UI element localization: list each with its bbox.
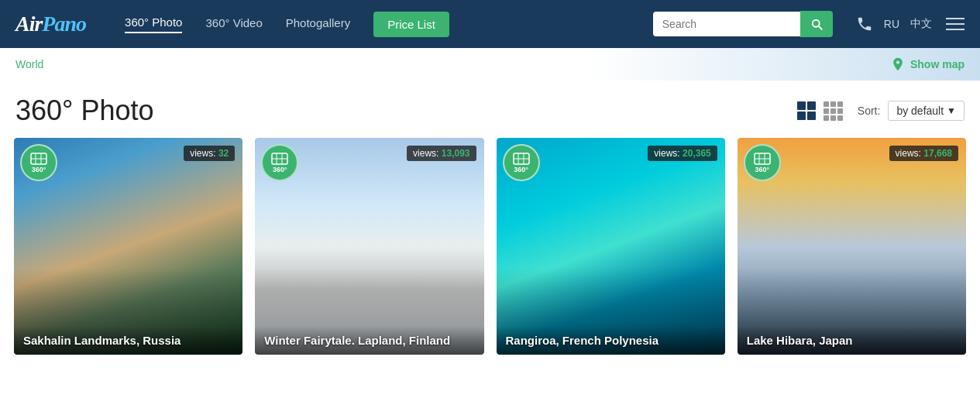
svg-rect-12 <box>837 115 843 121</box>
breadcrumb-world[interactable]: World <box>15 58 43 70</box>
photo-card-rangiroa[interactable]: 360° views: 20,365 Rangiroa, French Poly… <box>497 138 725 355</box>
badge-360-finland: 360° <box>261 144 298 181</box>
views-badge-rangiroa: views: 20,365 <box>648 146 717 161</box>
main-nav: 360° Photo 360° Video Photogallery Price… <box>125 12 622 37</box>
photo-caption-sakhalin: Sakhalin Landmarks, Russia <box>14 326 242 355</box>
title-bar: 360° Photo Sort: by default <box>0 81 980 138</box>
views-number-finland: 13,093 <box>442 148 470 159</box>
lang-zh-button[interactable]: 中文 <box>910 17 932 31</box>
menu-line-1 <box>946 18 965 19</box>
svg-rect-2 <box>797 112 806 120</box>
views-number-rangiroa: 20,365 <box>683 148 711 159</box>
menu-line-3 <box>946 29 965 30</box>
views-badge-finland: views: 13,093 <box>407 146 476 161</box>
nav-360-photo[interactable]: 360° Photo <box>125 15 182 33</box>
photo-caption-finland: Winter Fairytale. Lapland, Finland <box>255 326 483 355</box>
breadcrumb-bar: World Show map <box>0 48 980 81</box>
nav-360-video[interactable]: 360° Video <box>205 16 262 33</box>
photo-grid: 360° views: 32 Sakhalin Landmarks, Russi… <box>0 138 980 370</box>
logo[interactable]: AirPano <box>15 12 86 36</box>
page-title: 360° Photo <box>15 94 154 127</box>
view-sort-controls: Sort: by default ▼ <box>796 100 965 122</box>
svg-rect-6 <box>837 101 843 107</box>
svg-rect-11 <box>830 115 836 121</box>
views-badge-sakhalin: views: 32 <box>184 146 235 161</box>
header: AirPano 360° Photo 360° Video Photogalle… <box>0 0 980 48</box>
sort-dropdown[interactable]: by default ▼ <box>888 101 965 121</box>
views-number-hibara: 17,668 <box>923 148 952 159</box>
search-icon <box>810 17 824 31</box>
photo-caption-rangiroa: Rangiroa, French Polynesia <box>497 326 725 355</box>
svg-rect-8 <box>830 108 836 114</box>
header-actions: RU 中文 <box>856 15 965 33</box>
phone-icon[interactable] <box>856 15 873 33</box>
svg-rect-10 <box>824 115 829 121</box>
chevron-down-icon: ▼ <box>947 105 956 116</box>
hamburger-menu-button[interactable] <box>946 18 965 30</box>
nav-photogallery[interactable]: Photogallery <box>286 16 350 33</box>
photo-card-hibara[interactable]: 360° views: 17,668 Lake Hibara, Japan <box>738 138 966 355</box>
search-button[interactable] <box>800 11 833 37</box>
show-map-label: Show map <box>910 58 965 70</box>
photo-caption-hibara: Lake Hibara, Japan <box>738 326 966 355</box>
show-map-button[interactable]: Show map <box>890 57 965 72</box>
grid-4-icon[interactable] <box>796 100 817 122</box>
search-container <box>653 11 833 37</box>
svg-rect-5 <box>830 101 836 107</box>
badge-360-hibara: 360° <box>744 144 781 181</box>
photo-card-finland[interactable]: 360° views: 13,093 Winter Fairytale. Lap… <box>255 138 483 355</box>
photo-card-sakhalin[interactable]: 360° views: 32 Sakhalin Landmarks, Russi… <box>14 138 242 355</box>
sort-value: by default <box>896 105 944 117</box>
views-number-sakhalin: 32 <box>218 148 229 159</box>
badge-360-rangiroa: 360° <box>503 144 540 181</box>
menu-line-2 <box>946 23 965 25</box>
lang-ru-button[interactable]: RU <box>884 18 899 30</box>
price-list-button[interactable]: Price List <box>373 12 449 37</box>
svg-rect-4 <box>824 101 829 107</box>
map-marker-icon <box>890 57 906 72</box>
svg-rect-0 <box>797 101 806 110</box>
sort-label: Sort: <box>858 105 881 117</box>
svg-rect-3 <box>807 112 816 120</box>
svg-rect-7 <box>824 108 829 114</box>
badge-360-sakhalin: 360° <box>20 144 57 181</box>
grid-list-icon[interactable] <box>822 100 844 122</box>
svg-rect-9 <box>837 108 843 114</box>
search-input[interactable] <box>653 12 800 36</box>
svg-rect-1 <box>807 101 816 110</box>
grid-view-icons <box>796 100 844 122</box>
views-badge-hibara: views: 17,668 <box>889 146 958 161</box>
